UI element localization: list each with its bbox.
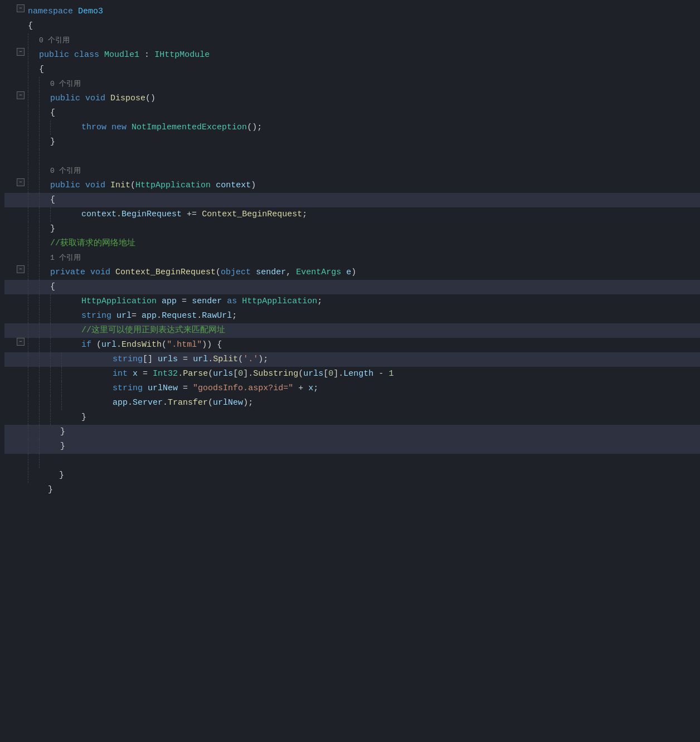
code-line-33-text: } xyxy=(39,468,64,483)
code-line-24-text: if (url.EndsWith(".html")) { xyxy=(61,338,222,352)
code-line-19-text: private void Context_BeginRequest(object… xyxy=(50,265,356,280)
code-line-7-text: public void Dispose() xyxy=(50,91,155,106)
code-line-10: } xyxy=(4,135,700,149)
gutter-11 xyxy=(4,149,28,164)
gutter-7: − xyxy=(4,91,28,106)
code-line-10-text: } xyxy=(50,135,55,149)
gutter-20 xyxy=(4,280,28,294)
code-line-22-text: string url= app.Request.RawUrl; xyxy=(61,309,237,323)
gutter-25 xyxy=(4,352,28,367)
code-line-18: 1 个引用 xyxy=(4,251,700,265)
code-line-2: { xyxy=(4,19,700,33)
collapse-namespace[interactable]: − xyxy=(17,4,25,12)
gutter-13: − xyxy=(4,178,28,193)
ref-count-dispose: 0 个引用 xyxy=(50,77,81,91)
code-line-12: 0 个引用 xyxy=(4,164,700,178)
code-line-25-text: string[] urls = url.Split('.'); xyxy=(72,352,268,367)
gutter-17 xyxy=(4,236,28,251)
code-line-2-text: { xyxy=(28,19,33,33)
code-line-27-text: string urlNew = "goodsInfo.aspx?id=" + x… xyxy=(72,381,318,396)
code-line-28: app.Server.Transfer(urlNew); xyxy=(4,396,700,410)
code-line-3: 0 个引用 xyxy=(4,33,700,48)
gutter-1: − xyxy=(4,4,28,19)
code-line-30: } xyxy=(4,425,700,439)
code-line-28-text: app.Server.Transfer(urlNew); xyxy=(72,396,253,410)
gutter-4: − xyxy=(4,48,28,62)
gutter-24: − xyxy=(4,338,28,352)
code-line-5: { xyxy=(4,62,700,77)
gutter-10 xyxy=(4,135,28,149)
code-line-23: //这里可以使用正则表达式来匹配网址 xyxy=(4,323,700,338)
gutter-8 xyxy=(4,106,28,120)
code-line-9-text: throw new NotImplementedException(); xyxy=(61,120,262,135)
gutter-19: − xyxy=(4,265,28,280)
gutter-34 xyxy=(4,483,28,497)
code-line-8-text: { xyxy=(50,106,55,120)
gutter-18 xyxy=(4,251,28,265)
code-line-14-text: { xyxy=(50,193,55,207)
gutter-28 xyxy=(4,396,28,410)
code-line-24: − if (url.EndsWith(".html")) { xyxy=(4,338,700,352)
code-line-29: } xyxy=(4,410,700,425)
code-line-34-text: } xyxy=(28,483,53,497)
code-line-13: − public void Init(HttpApplication conte… xyxy=(4,178,700,193)
gutter-23 xyxy=(4,323,28,338)
gutter-31 xyxy=(4,439,28,454)
gutter-21 xyxy=(4,294,28,309)
code-line-29-text: } xyxy=(61,410,86,425)
code-line-17: //获取请求的网络地址 xyxy=(4,236,700,251)
gutter-27 xyxy=(4,381,28,396)
code-line-32-text xyxy=(50,454,55,468)
code-line-14: { xyxy=(4,193,700,207)
gutter-3 xyxy=(4,33,28,48)
code-line-4-text: public class Moudle1 : IHttpModule xyxy=(39,48,210,62)
code-line-11-text xyxy=(50,149,55,164)
code-line-15: context.BeginRequest += Context_BeginReq… xyxy=(4,207,700,222)
gutter-9 xyxy=(4,120,28,135)
gutter-33 xyxy=(4,468,28,483)
ref-count-init: 0 个引用 xyxy=(50,164,81,178)
code-line-19: − private void Context_BeginRequest(obje… xyxy=(4,265,700,280)
code-line-21: HttpApplication app = sender as HttpAppl… xyxy=(4,294,700,309)
code-line-16: } xyxy=(4,222,700,236)
collapse-cbr[interactable]: − xyxy=(17,265,25,273)
collapse-if[interactable]: − xyxy=(17,338,25,346)
code-line-33: } xyxy=(4,468,700,483)
gutter-32 xyxy=(4,454,28,468)
code-line-16-text: } xyxy=(50,222,55,236)
gutter-22 xyxy=(4,309,28,323)
code-line-9: throw new NotImplementedException(); xyxy=(4,120,700,135)
code-line-1: − namespace Demo3 xyxy=(4,4,700,19)
code-line-26-text: int x = Int32.Parse(urls[0].Substring(ur… xyxy=(72,367,393,381)
code-line-13-text: public void Init(HttpApplication context… xyxy=(50,178,256,193)
gutter-6 xyxy=(4,77,28,91)
code-line-32 xyxy=(4,454,700,468)
code-line-23-text: //这里可以使用正则表达式来匹配网址 xyxy=(61,323,225,338)
gutter-14 xyxy=(4,193,28,207)
collapse-class[interactable]: − xyxy=(17,48,25,56)
code-line-26: int x = Int32.Parse(urls[0].Substring(ur… xyxy=(4,367,700,381)
code-line-25: string[] urls = url.Split('.'); xyxy=(4,352,700,367)
gutter-15 xyxy=(4,207,28,222)
code-line-31-text: } xyxy=(50,439,65,454)
code-line-4: − public class Moudle1 : IHttpModule xyxy=(4,48,700,62)
code-editor: − namespace Demo3 { 0 个引用 − public class… xyxy=(0,0,700,742)
code-line-6: 0 个引用 xyxy=(4,77,700,91)
code-line-20-text: { xyxy=(50,280,55,294)
code-line-20: { xyxy=(4,280,700,294)
code-line-15-text: context.BeginRequest += Context_BeginReq… xyxy=(61,207,307,222)
code-line-31: } xyxy=(4,439,700,454)
ref-count-class: 0 个引用 xyxy=(39,33,70,48)
code-line-27: string urlNew = "goodsInfo.aspx?id=" + x… xyxy=(4,381,700,396)
gutter-2 xyxy=(4,19,28,33)
collapse-dispose[interactable]: − xyxy=(17,91,25,99)
gutter-5 xyxy=(4,62,28,77)
gutter-29 xyxy=(4,410,28,425)
collapse-init[interactable]: − xyxy=(17,178,25,186)
code-line-22: string url= app.Request.RawUrl; xyxy=(4,309,700,323)
gutter-30 xyxy=(4,425,28,439)
code-line-30-text: } xyxy=(50,425,65,439)
code-line-1-text: namespace Demo3 xyxy=(28,4,103,19)
gutter-12 xyxy=(4,164,28,178)
gutter-16 xyxy=(4,222,28,236)
